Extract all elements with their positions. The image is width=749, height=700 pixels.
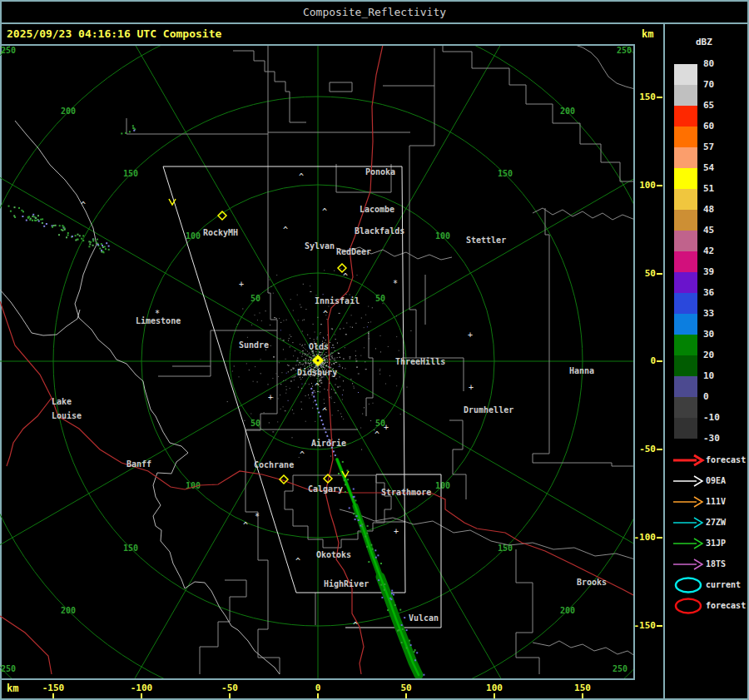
svg-text:^: ^ (299, 172, 304, 181)
colorbar-swatch (674, 106, 697, 127)
legend-item-track: forecast (671, 451, 746, 469)
colorbar-value-label: 20 (703, 350, 740, 361)
y-axis-tick (657, 537, 662, 539)
colorbar-value-label: 54 (703, 162, 740, 174)
x-axis-tick (582, 693, 583, 698)
legend-item-label: forecast (706, 599, 746, 613)
svg-text:^: ^ (343, 272, 348, 281)
city-label: Louise (52, 411, 82, 420)
legend-item-cell: current (671, 576, 746, 594)
chaff-streak-echo (311, 388, 424, 676)
svg-text:^: ^ (353, 621, 358, 630)
legend-item-label: 111V (706, 495, 726, 509)
svg-text:200: 200 (560, 606, 575, 615)
city-label: HighRiver (324, 579, 369, 588)
x-axis-tick (52, 693, 54, 698)
svg-text:^: ^ (243, 521, 248, 530)
city-label: Sylvan (305, 241, 335, 251)
city-label: Cochrane (254, 460, 294, 469)
svg-text:^: ^ (300, 450, 305, 459)
svg-text:^: ^ (322, 407, 327, 416)
svg-text:^: ^ (81, 201, 86, 210)
map-border-top (0, 44, 635, 46)
x-axis-tick (141, 693, 142, 698)
svg-text:200: 200 (61, 107, 76, 116)
svg-text:^: ^ (315, 382, 320, 391)
city-label: ThreeHills (395, 357, 445, 366)
colorbar-swatch (674, 251, 697, 272)
colorbar-swatch (674, 231, 697, 251)
x-axis-tick-label: -150 (37, 683, 70, 693)
legend-item-cell: forecast (671, 597, 746, 615)
y-axis-tick-label: -100 (632, 531, 656, 544)
x-axis-tick (317, 693, 319, 698)
radar-site-diamond-icon (338, 264, 346, 272)
radar-app-window: Composite_Reflectivity 2025/09/23 04:16:… (0, 0, 749, 700)
colorbar-swatch (674, 210, 697, 231)
cell-ellipse-icon (671, 576, 707, 594)
city-label: Olds (309, 342, 329, 351)
legend-item-track: 31JP (671, 534, 746, 553)
city-label: Hanna (569, 366, 594, 375)
colorbar-value-label: 30 (703, 329, 740, 340)
y-axis-tick-label: 150 (632, 91, 656, 104)
svg-text:150: 150 (123, 169, 138, 178)
colorbar-value-label: 45 (703, 225, 740, 236)
x-axis-tick-label: 50 (389, 683, 423, 693)
city-label: Strathmore (381, 488, 431, 497)
svg-text:100: 100 (435, 231, 450, 241)
colorbar-value-label: 48 (703, 204, 740, 216)
city-label: Lake (52, 397, 72, 406)
legend-item-label: 27ZW (706, 516, 726, 529)
svg-text:^: ^ (374, 430, 379, 439)
colorbar-value-label: 39 (703, 266, 740, 278)
svg-text:+: + (394, 527, 399, 536)
timestamp-label: 2025/09/23 04:16:16 UTC Composite (7, 27, 221, 41)
radar-map-canvas[interactable]: 5010015020025050100150200250501001502002… (0, 44, 635, 680)
x-axis-tick (494, 693, 495, 698)
city-label: Vulcan (409, 613, 439, 623)
title-bar: Composite_Reflectivity (0, 2, 749, 22)
y-axis-tick-label: 100 (632, 179, 656, 192)
track-arrow-icon (671, 493, 707, 511)
city-label: Stettler (466, 236, 506, 245)
colorbar-value-label: 0 (703, 391, 740, 403)
x-axis-tick-label: -100 (125, 683, 158, 693)
svg-text:200: 200 (560, 107, 575, 116)
colorbar-swatch (674, 168, 697, 189)
colorbar-swatch (674, 335, 697, 355)
city-label: Lacombe (360, 205, 394, 214)
colorbar-swatch (674, 127, 697, 147)
y-axis-tick-label: -50 (632, 443, 656, 456)
track-arrow-icon (671, 534, 707, 553)
city-label: RedDeer (336, 247, 371, 256)
svg-text:250: 250 (613, 664, 627, 673)
colorbar-swatch (674, 85, 697, 106)
svg-text:50: 50 (250, 294, 260, 303)
colorbar-value-label: 80 (703, 58, 740, 70)
colorbar-swatch (674, 64, 697, 85)
colorbar-swatch (674, 189, 697, 210)
svg-text:^: ^ (322, 207, 327, 216)
city-label: Didsbury (297, 368, 337, 377)
svg-text:50: 50 (250, 419, 260, 428)
colorbar-value-label: 42 (703, 246, 740, 257)
city-label: Okotoks (316, 550, 351, 559)
track-arrow-icon (671, 514, 707, 532)
legend-item-label: 09EA (706, 474, 726, 488)
y-axis-tick-label: -150 (632, 619, 656, 633)
svg-text:150: 150 (123, 544, 138, 553)
colorbar-swatch (674, 355, 697, 376)
legend-item-track: 09EA (671, 472, 746, 490)
svg-text:+: + (239, 280, 244, 289)
y-axis-tick (657, 625, 662, 627)
city-label: Calgary (308, 484, 343, 494)
x-axis-tick-label: 150 (566, 683, 599, 693)
city-label: Sundre (239, 340, 269, 350)
y-axis-tick (657, 185, 662, 186)
y-axis-tick (657, 97, 662, 98)
y-axis-unit-label: km (642, 28, 653, 40)
city-label: Banff (126, 459, 151, 469)
svg-text:^: ^ (323, 310, 328, 319)
colorbar-value-label: 70 (703, 79, 740, 91)
